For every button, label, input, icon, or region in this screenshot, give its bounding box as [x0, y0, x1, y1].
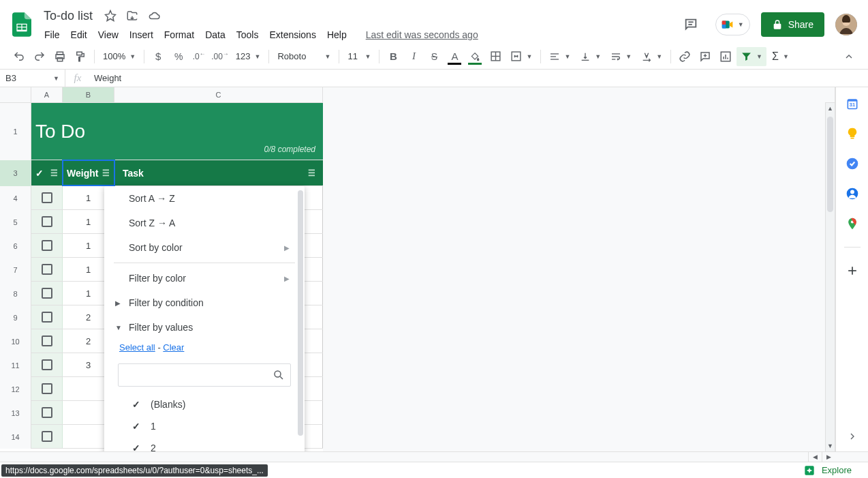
insert-chart-button[interactable] [716, 47, 735, 66]
bold-button[interactable]: B [384, 47, 403, 66]
select-all-link[interactable]: Select all [119, 342, 155, 353]
checkbox-cell[interactable] [31, 353, 63, 376]
filter-by-condition[interactable]: ▶Filter by condition [104, 290, 305, 315]
checkbox-cell[interactable] [31, 186, 63, 209]
checkbox-cell[interactable] [31, 329, 63, 353]
calendar-icon[interactable]: 31 [846, 97, 859, 110]
formula-input[interactable]: Weight [90, 73, 868, 83]
sort-za[interactable]: Sort Z → A [104, 211, 305, 235]
doc-title[interactable]: To-do list [40, 8, 97, 25]
move-icon[interactable] [124, 8, 140, 24]
row-header[interactable]: 6 [0, 234, 31, 258]
filter-search-input[interactable] [118, 363, 291, 387]
row-header[interactable]: 5 [0, 210, 31, 234]
row-header[interactable]: 9 [0, 305, 31, 329]
number-format-select[interactable]: 123▼ [232, 47, 265, 66]
format-percent-button[interactable]: % [169, 47, 188, 66]
sheets-logo[interactable] [10, 12, 34, 37]
select-all-corner[interactable] [0, 87, 31, 102]
row-header[interactable]: 12 [0, 377, 31, 401]
filter-icon[interactable]: ☰ [50, 168, 58, 178]
keep-icon[interactable] [846, 127, 859, 140]
maps-icon[interactable] [846, 217, 859, 230]
explore-button[interactable]: Explore [794, 460, 860, 479]
checkbox[interactable] [42, 431, 52, 442]
row-header[interactable]: 7 [0, 258, 31, 282]
text-wrap-button[interactable]: ▼ [606, 47, 636, 66]
name-box[interactable]: B3▼ [0, 70, 65, 87]
font-size-select[interactable]: 11▼ [343, 47, 375, 66]
filter-by-values[interactable]: ▼Filter by values [104, 315, 305, 340]
fill-color-button[interactable] [465, 47, 484, 66]
italic-button[interactable]: I [404, 47, 423, 66]
vertical-align-button[interactable]: ▼ [576, 47, 605, 66]
insert-link-button[interactable] [675, 47, 694, 66]
zoom-select[interactable]: 100%▼ [99, 47, 140, 66]
checkbox-cell[interactable] [31, 282, 63, 305]
checkbox-cell[interactable] [31, 377, 63, 400]
clear-link[interactable]: Clear [163, 342, 184, 353]
filter-icon[interactable]: ☰ [102, 168, 110, 178]
format-currency-button[interactable]: $ [149, 47, 168, 66]
checkbox[interactable] [42, 240, 52, 251]
row-header[interactable]: 8 [0, 282, 31, 305]
menu-data[interactable]: Data [200, 27, 230, 43]
checkbox[interactable] [42, 216, 52, 227]
sort-by-color[interactable]: Sort by color▶ [104, 235, 305, 260]
collapse-sidepanel-icon[interactable] [846, 430, 859, 443]
checkbox[interactable] [42, 288, 52, 299]
collapse-toolbar-icon[interactable] [839, 47, 858, 66]
strikethrough-button[interactable]: S [424, 47, 444, 66]
col-header-C[interactable]: C [114, 87, 323, 102]
col-header-B[interactable]: B [63, 87, 114, 102]
checkbox[interactable] [42, 264, 52, 275]
tasks-icon[interactable] [846, 157, 859, 170]
spreadsheet-grid[interactable]: A B C 1 To Do 0/8 completed 3 ✓ [0, 87, 835, 451]
functions-button[interactable]: Σ▼ [768, 47, 793, 66]
increase-decimal-button[interactable]: .00→ [210, 47, 230, 66]
menu-format[interactable]: Format [159, 27, 199, 43]
row-header[interactable]: 14 [0, 425, 31, 449]
meet-button[interactable]: ▼ [715, 14, 750, 35]
menu-insert[interactable]: Insert [125, 27, 158, 43]
text-rotation-button[interactable]: ▼ [637, 47, 666, 66]
undo-button[interactable] [10, 47, 29, 66]
checkbox-cell[interactable] [31, 401, 63, 424]
row-header[interactable]: 13 [0, 401, 31, 425]
col-header-A[interactable]: A [31, 87, 63, 102]
merge-cells-button[interactable]: ▼ [506, 47, 536, 66]
sort-az[interactable]: Sort A → Z [104, 186, 305, 211]
checkbox[interactable] [42, 359, 52, 370]
checkbox[interactable] [42, 312, 52, 323]
font-select[interactable]: Roboto▼ [273, 47, 335, 66]
menu-help[interactable]: Help [322, 27, 352, 43]
filter-value-item[interactable]: ✓2 [130, 437, 290, 451]
row-header[interactable]: 1 [0, 103, 31, 160]
checkbox-cell[interactable] [31, 425, 63, 448]
insert-comment-button[interactable] [696, 47, 715, 66]
print-button[interactable] [50, 47, 69, 66]
borders-button[interactable] [486, 47, 505, 66]
menu-file[interactable]: File [40, 27, 65, 43]
share-button[interactable]: Share [761, 12, 824, 37]
comments-icon[interactable] [677, 11, 704, 38]
text-color-button[interactable]: A [445, 47, 464, 66]
checkbox-cell[interactable] [31, 210, 63, 233]
row-header[interactable]: 11 [0, 353, 31, 377]
scroll-up-icon[interactable]: ▲ [826, 103, 835, 114]
menu-edit[interactable]: Edit [66, 27, 92, 43]
scroll-down-icon[interactable]: ▼ [826, 440, 835, 451]
menu-tools[interactable]: Tools [232, 27, 264, 43]
cloud-status-icon[interactable] [146, 8, 162, 24]
vertical-scrollbar[interactable]: ▲ ▼ [825, 103, 835, 451]
star-icon[interactable] [102, 8, 119, 24]
avatar[interactable] [835, 14, 857, 35]
horizontal-align-button[interactable]: ▼ [545, 47, 574, 66]
filter-button[interactable]: ▼ [737, 47, 766, 66]
last-edit-link[interactable]: Last edit was seconds ago [361, 27, 483, 43]
menu-extensions[interactable]: Extensions [264, 27, 320, 43]
row-header[interactable]: 3 [0, 160, 31, 186]
checkbox[interactable] [42, 383, 52, 394]
paint-format-button[interactable] [71, 47, 90, 66]
filter-value-item[interactable]: ✓1 [130, 415, 290, 437]
